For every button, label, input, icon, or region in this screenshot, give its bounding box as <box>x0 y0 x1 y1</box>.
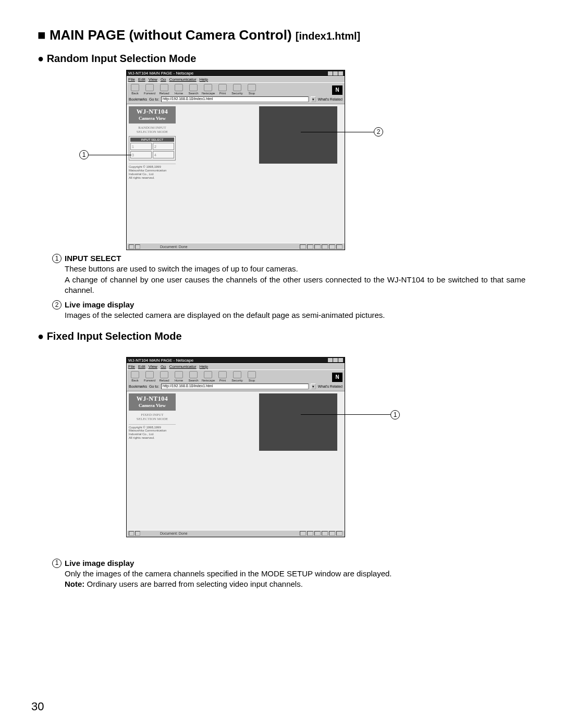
search-button[interactable]: Search <box>187 84 200 95</box>
stop-button[interactable]: Stop <box>246 84 258 95</box>
back-button[interactable]: Back <box>129 371 141 382</box>
security-button[interactable]: Security <box>231 84 243 95</box>
print-icon <box>218 84 227 91</box>
stop-button[interactable]: Stop <box>246 371 258 382</box>
menubar: File Edit View Go Communicator Help <box>127 76 345 82</box>
netscape-button[interactable]: Netscape <box>202 371 214 382</box>
status-tray-icon <box>307 244 313 249</box>
menu-go[interactable]: Go <box>161 364 166 369</box>
input-select-4[interactable]: 4 <box>153 151 174 158</box>
desc-text: Images of the selected camera are displa… <box>65 310 525 320</box>
menu-edit[interactable]: Edit <box>138 364 145 369</box>
callout-number: 1 <box>390 410 400 419</box>
copyright: Copyright © 1998,1999 Matsushita Communi… <box>129 164 176 180</box>
bookmarks-button[interactable]: Bookmarks <box>129 385 147 388</box>
location-dropdown-icon[interactable]: ▾ <box>311 96 316 102</box>
input-select-box: INPUT SELECT 1 2 3 4 <box>129 136 176 161</box>
status-bar: Document: Done <box>127 530 345 537</box>
input-select-1[interactable]: 1 <box>130 143 152 150</box>
input-select-2[interactable]: 2 <box>153 143 174 150</box>
security-button[interactable]: Security <box>231 371 243 382</box>
print-button[interactable]: Print <box>216 84 229 95</box>
window-buttons <box>328 71 343 76</box>
maximize-icon[interactable] <box>333 358 338 362</box>
home-button[interactable]: Home <box>173 84 185 95</box>
forward-icon <box>145 84 154 91</box>
page-sidebar: WJ-NT104 Camera View RANDOM INPUT SELECT… <box>127 104 178 243</box>
print-icon <box>218 371 227 378</box>
desc-number: 2 <box>52 300 62 310</box>
menu-help[interactable]: Help <box>200 77 208 82</box>
forward-button[interactable]: Forward <box>143 371 156 382</box>
back-icon <box>131 84 139 91</box>
home-button[interactable]: Home <box>173 371 185 382</box>
window-buttons <box>328 358 343 362</box>
stop-icon <box>248 84 256 91</box>
goto-label: Go to: <box>149 97 159 101</box>
close-icon[interactable] <box>338 71 343 76</box>
menubar: File Edit View Go Communicator Help <box>127 363 345 369</box>
callout-line <box>301 414 390 415</box>
menu-communicator[interactable]: Communicator <box>169 364 197 369</box>
reload-icon <box>160 84 168 91</box>
mode-label: RANDOM INPUT SELECTION MODE <box>129 126 176 134</box>
location-input[interactable]: http://192.168.0.10/index1.html <box>161 384 309 389</box>
description-random: 1 INPUT SELECT These buttons are used to… <box>52 253 525 321</box>
menu-help[interactable]: Help <box>200 364 208 369</box>
maximize-icon[interactable] <box>333 71 338 76</box>
stop-icon <box>248 371 256 378</box>
desc-title: Live image display <box>65 300 525 310</box>
desc-number: 1 <box>52 559 62 568</box>
status-tray-icon <box>336 244 342 249</box>
desc-text: These buttons are used to switch the ima… <box>65 264 525 274</box>
location-bar: Bookmarks Go to: http://192.168.0.10/ind… <box>127 96 345 104</box>
browser-window-random: WJ-NT104 MAIN PAGE - Netscape File Edit … <box>126 70 345 250</box>
menu-communicator[interactable]: Communicator <box>169 77 197 82</box>
whats-related-button[interactable]: What's Related <box>318 97 342 101</box>
menu-edit[interactable]: Edit <box>138 77 145 82</box>
description-fixed: 1 Live image display Only the images of … <box>52 558 525 590</box>
location-dropdown-icon[interactable]: ▾ <box>311 384 316 389</box>
status-tray-icon <box>314 244 321 249</box>
back-button[interactable]: Back <box>129 84 141 95</box>
toolbar: Back Forward Reload Home Search Netscape… <box>127 369 345 383</box>
menu-file[interactable]: File <box>128 364 135 369</box>
callout-1-fixed: 1 <box>301 410 400 419</box>
window-title: WJ-NT104 MAIN PAGE - Netscape <box>128 358 193 363</box>
forward-button[interactable]: Forward <box>143 84 156 95</box>
security-icon <box>233 371 241 378</box>
status-tray-icon <box>300 244 306 249</box>
search-icon <box>189 371 198 378</box>
reload-button[interactable]: Reload <box>158 371 170 382</box>
reload-button[interactable]: Reload <box>158 84 170 95</box>
callout-number: 2 <box>374 127 383 137</box>
location-input[interactable]: http://192.168.0.10/index1.html <box>161 96 309 102</box>
menu-view[interactable]: View <box>149 364 157 369</box>
whats-related-button[interactable]: What's Related <box>318 385 342 388</box>
device-logo: WJ-NT104 Camera View <box>129 106 176 124</box>
menu-file[interactable]: File <box>128 77 135 82</box>
mode-label: FIXED INPUT SELECTION MODE <box>129 413 176 421</box>
desc-item-2: 2 Live image display Images of the selec… <box>52 300 525 321</box>
print-button[interactable]: Print <box>216 371 229 382</box>
netscape-button[interactable]: Netscape <box>202 84 214 95</box>
menu-go[interactable]: Go <box>161 77 166 82</box>
status-tray-icon <box>314 531 321 536</box>
desc-number: 1 <box>52 254 62 263</box>
status-tray-icon <box>329 244 335 249</box>
minimize-icon[interactable] <box>328 71 333 76</box>
minimize-icon[interactable] <box>328 358 333 362</box>
status-tray-icon <box>322 531 328 536</box>
home-icon <box>175 371 183 378</box>
menu-view[interactable]: View <box>149 77 157 82</box>
bookmarks-button[interactable]: Bookmarks <box>129 97 147 101</box>
close-icon[interactable] <box>338 358 343 362</box>
status-tray-icon <box>300 531 306 536</box>
window-title: WJ-NT104 MAIN PAGE - Netscape <box>128 71 193 76</box>
page-sidebar: WJ-NT104 Camera View FIXED INPUT SELECTI… <box>127 391 178 530</box>
section-fixed-title: Fixed Input Selection Mode <box>38 330 525 342</box>
desc-title: INPUT SELECT <box>65 253 525 264</box>
input-select-3[interactable]: 3 <box>130 151 152 158</box>
netscape-logo-icon: N <box>332 85 342 95</box>
search-button[interactable]: Search <box>187 371 200 382</box>
